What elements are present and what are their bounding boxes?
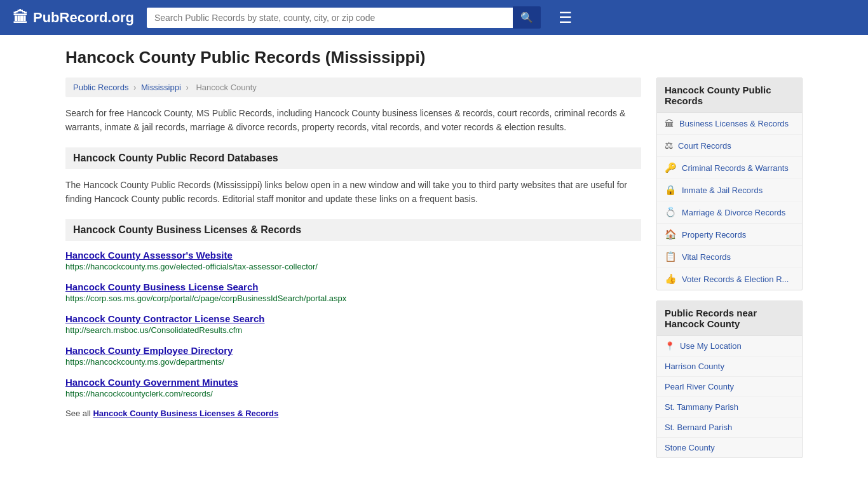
nearby-item-1[interactable]: Harrison County bbox=[657, 356, 802, 377]
page-title: Hancock County Public Records (Mississip… bbox=[65, 48, 803, 67]
sidebar-label-3: Inmate & Jail Records bbox=[682, 186, 763, 195]
description: Search for free Hancock County, MS Publi… bbox=[65, 106, 641, 135]
see-all: See all Hancock County Business Licenses… bbox=[65, 409, 641, 418]
sidebar-icon-2: 🔑 bbox=[665, 162, 677, 173]
breadcrumb: Public Records › Mississippi › Hancock C… bbox=[65, 78, 641, 97]
location-icon: 📍 bbox=[665, 341, 675, 351]
sidebar-label-1: Court Records bbox=[678, 141, 731, 151]
sidebar-icon-1: ⚖ bbox=[665, 140, 673, 151]
sidebar-icon-0: 🏛 bbox=[665, 118, 674, 129]
record-entry-2: Hancock County Contractor License Search… bbox=[65, 313, 641, 335]
sidebar-icon-3: 🔒 bbox=[665, 184, 677, 196]
sidebar-nearby-box: Public Records near Hancock County 📍 Use… bbox=[656, 301, 803, 458]
record-title-0[interactable]: Hancock County Assessor's Website bbox=[65, 250, 233, 261]
sidebar-label-7: Voter Records & Election R... bbox=[682, 274, 789, 284]
record-url-3[interactable]: https://hancockcounty.ms.gov/departments… bbox=[65, 357, 641, 367]
search-button[interactable]: 🔍 bbox=[513, 6, 541, 29]
sidebar-icon-4: 💍 bbox=[665, 207, 677, 218]
business-records: Hancock County Assessor's Website https:… bbox=[65, 250, 641, 398]
sidebar-label-6: Vital Records bbox=[682, 252, 731, 262]
record-title-2[interactable]: Hancock County Contractor License Search bbox=[65, 313, 264, 324]
sidebar-label-0: Business Licenses & Records bbox=[679, 119, 789, 128]
record-url-2[interactable]: http://search.msboc.us/ConsolidatedResul… bbox=[65, 325, 641, 335]
logo[interactable]: 🏛 PubRecord.org bbox=[13, 9, 134, 27]
record-title-4[interactable]: Hancock County Government Minutes bbox=[65, 377, 238, 388]
nearby-item-2[interactable]: Pearl River County bbox=[657, 377, 802, 397]
logo-icon: 🏛 bbox=[13, 9, 28, 27]
databases-description: The Hancock County Public Records (Missi… bbox=[65, 178, 641, 207]
search-bar: 🔍 bbox=[147, 6, 541, 29]
sidebar-items-container: 🏛 Business Licenses & Records⚖ Court Rec… bbox=[657, 113, 802, 290]
see-all-link[interactable]: Hancock County Business Licenses & Recor… bbox=[93, 409, 278, 418]
sidebar-item-0[interactable]: 🏛 Business Licenses & Records bbox=[657, 113, 802, 135]
sidebar-icon-7: 👍 bbox=[665, 273, 677, 285]
sidebar-item-6[interactable]: 📋 Vital Records bbox=[657, 246, 802, 268]
logo-text: PubRecord.org bbox=[33, 10, 134, 26]
nearby-item-5[interactable]: Stone County bbox=[657, 438, 802, 458]
record-entry-3: Hancock County Employee Directory https:… bbox=[65, 345, 641, 367]
record-entry-4: Hancock County Government Minutes https:… bbox=[65, 377, 641, 398]
header: 🏛 PubRecord.org 🔍 ☰ bbox=[0, 0, 868, 35]
sidebar-label-4: Marriage & Divorce Records bbox=[682, 208, 785, 217]
sidebar-label-2: Criminal Records & Warrants bbox=[682, 163, 789, 173]
sidebar-box-header: Hancock County Public Records bbox=[657, 78, 802, 113]
nearby-link-2[interactable]: Pearl River County bbox=[665, 382, 734, 391]
sidebar-nearby-container: 📍 Use My LocationHarrison CountyPearl Ri… bbox=[657, 336, 802, 458]
sidebar-item-4[interactable]: 💍 Marriage & Divorce Records bbox=[657, 201, 802, 224]
breadcrumb-mississippi[interactable]: Mississippi bbox=[141, 83, 181, 92]
nearby-link-3[interactable]: St. Tammany Parish bbox=[665, 402, 738, 412]
nearby-link-5[interactable]: Stone County bbox=[665, 443, 715, 452]
record-url-1[interactable]: https://corp.sos.ms.gov/corp/portal/c/pa… bbox=[65, 294, 641, 303]
sidebar-icon-5: 🏠 bbox=[665, 229, 677, 240]
databases-header: Hancock County Public Record Databases bbox=[65, 147, 641, 169]
breadcrumb-public-records[interactable]: Public Records bbox=[73, 83, 128, 92]
sidebar-item-5[interactable]: 🏠 Property Records bbox=[657, 224, 802, 246]
search-input[interactable] bbox=[147, 8, 513, 28]
breadcrumb-sep2: › bbox=[186, 83, 191, 92]
sidebar-item-7[interactable]: 👍 Voter Records & Election R... bbox=[657, 268, 802, 290]
sidebar-public-records-box: Hancock County Public Records 🏛 Business… bbox=[656, 78, 803, 290]
nearby-link-4[interactable]: St. Bernard Parish bbox=[665, 423, 732, 432]
record-title-3[interactable]: Hancock County Employee Directory bbox=[65, 345, 233, 356]
breadcrumb-sep1: › bbox=[133, 83, 139, 92]
record-entry-0: Hancock County Assessor's Website https:… bbox=[65, 250, 641, 271]
main-wrapper: Hancock County Public Records (Mississip… bbox=[53, 35, 815, 481]
record-url-4[interactable]: https://hancockcountyclerk.com/records/ bbox=[65, 389, 641, 398]
nearby-item-3[interactable]: St. Tammany Parish bbox=[657, 397, 802, 417]
sidebar-icon-6: 📋 bbox=[665, 251, 677, 262]
sidebar-item-1[interactable]: ⚖ Court Records bbox=[657, 135, 802, 157]
sidebar-item-3[interactable]: 🔒 Inmate & Jail Records bbox=[657, 179, 802, 201]
nearby-item-0[interactable]: 📍 Use My Location bbox=[657, 336, 802, 356]
nearby-use-location[interactable]: Use My Location bbox=[680, 341, 742, 351]
sidebar-item-2[interactable]: 🔑 Criminal Records & Warrants bbox=[657, 157, 802, 179]
sidebar-nearby-header: Public Records near Hancock County bbox=[657, 301, 802, 336]
see-all-text: See all bbox=[65, 409, 91, 418]
nearby-link-1[interactable]: Harrison County bbox=[665, 362, 724, 371]
record-title-1[interactable]: Hancock County Business License Search bbox=[65, 281, 258, 292]
menu-icon[interactable]: ☰ bbox=[559, 9, 573, 27]
record-url-0[interactable]: https://hancockcounty.ms.gov/elected-off… bbox=[65, 262, 641, 271]
sidebar-label-5: Property Records bbox=[682, 230, 746, 240]
business-section-header: Hancock County Business Licenses & Recor… bbox=[65, 219, 641, 241]
content-layout: Public Records › Mississippi › Hancock C… bbox=[65, 78, 803, 468]
record-entry-1: Hancock County Business License Search h… bbox=[65, 281, 641, 303]
sidebar: Hancock County Public Records 🏛 Business… bbox=[656, 78, 803, 468]
main-content: Public Records › Mississippi › Hancock C… bbox=[65, 78, 641, 468]
nearby-item-4[interactable]: St. Bernard Parish bbox=[657, 417, 802, 438]
breadcrumb-county: Hancock County bbox=[196, 83, 256, 92]
